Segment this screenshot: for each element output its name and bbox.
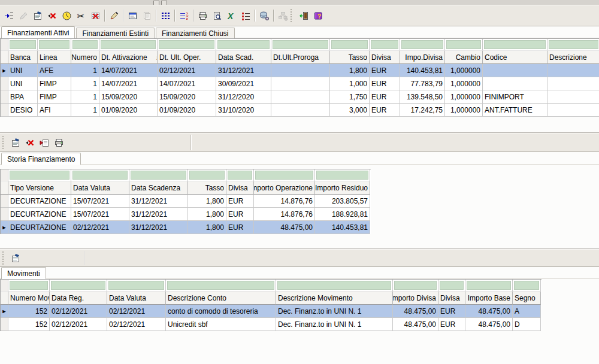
detail-rows-icon[interactable] (158, 8, 173, 23)
column-header[interactable]: Dt.Ult.Proroga (271, 51, 330, 64)
row-selector[interactable] (1, 77, 8, 90)
cell[interactable]: EUR (370, 104, 400, 117)
properties-form-icon[interactable] (31, 8, 45, 23)
row-selector[interactable]: ► (1, 64, 8, 77)
row-selector[interactable] (1, 318, 8, 331)
cell[interactable]: 31/12/2021 (129, 208, 188, 221)
help-book-icon[interactable]: ? (311, 8, 325, 23)
column-header[interactable]: Dt. Attivazione↓ (99, 51, 158, 64)
cell[interactable]: FIMP (38, 77, 71, 90)
delete-record-icon[interactable] (23, 135, 37, 150)
cell[interactable]: EUR (226, 195, 254, 208)
cell[interactable] (271, 64, 330, 77)
checklist-icon[interactable] (238, 8, 253, 23)
cell[interactable]: 48.475,00 (465, 305, 513, 318)
column-header[interactable]: Tasso (188, 181, 226, 195)
exit-icon[interactable] (297, 8, 311, 23)
cell[interactable] (547, 64, 599, 77)
cell[interactable]: 1,800 (188, 221, 226, 234)
column-header[interactable]: Tasso (330, 51, 370, 64)
cell[interactable]: Dec. Finanz.to in UNI N. 1 (276, 305, 393, 318)
cell[interactable]: EUR (438, 305, 465, 318)
column-header[interactable]: Codice (483, 51, 547, 64)
cell[interactable]: UNI (8, 77, 38, 90)
cell[interactable]: 140.453,81 (315, 221, 370, 234)
tab-movimenti[interactable]: Movimenti (1, 267, 46, 279)
column-header[interactable]: Data Valuta (71, 181, 129, 195)
cell[interactable]: DECURTAZIONE (8, 195, 71, 208)
cell[interactable]: conto di comodo di tesoreria (166, 305, 276, 318)
cell[interactable]: 1,000 (330, 77, 370, 90)
toolbar-grip[interactable] (291, 9, 294, 22)
cell[interactable]: 1,000000 (445, 104, 483, 117)
cell[interactable]: 02/12/2021 (50, 318, 107, 331)
cell[interactable]: 152 (8, 305, 50, 318)
cell[interactable]: 1 (71, 90, 99, 104)
cell[interactable]: 31/12/2021 (216, 64, 271, 77)
cell[interactable]: 15/09/2020 (158, 90, 216, 104)
cell[interactable]: 30/09/2021 (216, 77, 271, 90)
insert-record-icon[interactable] (2, 8, 16, 23)
column-header[interactable]: Cambio (445, 51, 483, 64)
cell[interactable]: 17.242,75 (400, 104, 445, 117)
column-header[interactable]: Impo.Divisa (400, 51, 445, 64)
tab-storia-finanziamento[interactable]: Storia Finanziamento (1, 153, 81, 165)
cell[interactable]: 152 (8, 318, 50, 331)
column-header[interactable]: Data Valuta (107, 292, 166, 305)
cell[interactable]: 1,750 (330, 90, 370, 104)
row-selector[interactable]: ► (1, 305, 8, 318)
cell[interactable] (271, 90, 330, 104)
cell[interactable]: 31/12/2021 (129, 221, 188, 234)
column-header[interactable]: Descrizione Conto (166, 292, 276, 305)
cell[interactable]: 1,800 (330, 64, 370, 77)
column-header[interactable]: Divisa (370, 51, 400, 64)
cell[interactable]: 1,000000 (445, 77, 483, 90)
cell[interactable]: 31/10/2020 (216, 104, 271, 117)
cell[interactable]: 14/07/2021 (99, 77, 158, 90)
export-doc-icon[interactable] (37, 135, 52, 150)
cell[interactable]: 1 (71, 77, 99, 90)
cell[interactable]: 188.928,81 (315, 208, 370, 221)
cell[interactable]: ANT.FATTURE (483, 104, 547, 117)
cell[interactable]: DECURTAZIONE (8, 208, 71, 221)
delete-table-icon[interactable] (88, 8, 102, 23)
toolbar-grip[interactable] (2, 136, 6, 149)
cell[interactable]: 02/12/2021 (71, 221, 129, 234)
cell[interactable]: 14/07/2021 (99, 64, 158, 77)
properties-form-icon[interactable] (8, 135, 23, 150)
cell[interactable]: EUR (226, 208, 254, 221)
cell[interactable]: 15/09/2020 (99, 90, 158, 104)
column-header[interactable]: Divisa (226, 181, 254, 195)
cell[interactable]: 48.475,00 (393, 318, 438, 331)
cell[interactable]: Unicredit sbf (166, 318, 276, 331)
cell[interactable]: 31/12/2021 (129, 195, 188, 208)
row-selector[interactable] (1, 104, 8, 117)
cell[interactable]: DESIO (8, 104, 38, 117)
cell[interactable]: 1,800 (188, 208, 226, 221)
cell[interactable]: 1,000000 (445, 90, 483, 104)
cell[interactable]: AFE (38, 64, 71, 77)
cell[interactable]: 02/12/2021 (50, 305, 107, 318)
cell[interactable]: 1 (71, 64, 99, 77)
tab-finanziamenti-attivi[interactable]: Finanziamenti Attivi (1, 26, 75, 38)
row-selector[interactable] (1, 195, 8, 208)
cell[interactable]: A (513, 305, 541, 318)
cell[interactable] (547, 90, 599, 104)
toolbar-grip[interactable] (2, 251, 6, 265)
cell[interactable] (271, 77, 330, 90)
column-header[interactable]: Tipo Versione (8, 181, 71, 195)
cell[interactable] (483, 64, 547, 77)
rows-delete-icon[interactable] (177, 8, 191, 23)
row-selector[interactable] (1, 90, 8, 104)
cell[interactable]: 01/09/2020 (158, 104, 216, 117)
cell[interactable]: UNI (8, 64, 38, 77)
cell[interactable] (547, 77, 599, 90)
print-preview-icon[interactable] (210, 8, 224, 23)
database-gear-icon[interactable] (257, 8, 271, 23)
cell[interactable]: 1 (71, 104, 99, 117)
tab-finanziamenti-estinti[interactable]: Finanziamenti Estinti (76, 28, 155, 38)
cell[interactable]: 48.475,00 (465, 318, 513, 331)
column-header[interactable]: Data Scadenza (129, 181, 188, 195)
cell[interactable]: 15/07/2021 (71, 208, 129, 221)
cell[interactable]: 139.548,50 (400, 90, 445, 104)
